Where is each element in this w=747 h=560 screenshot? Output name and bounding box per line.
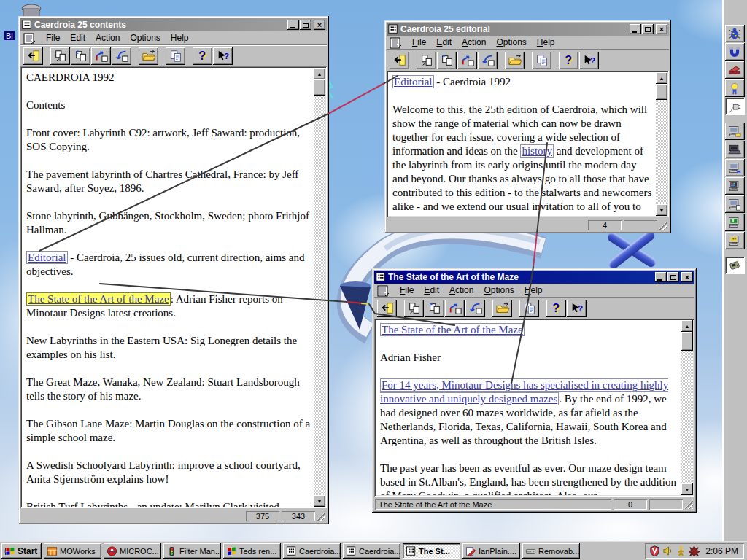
toolbar-back-link-button[interactable] <box>478 52 498 69</box>
toolbar-help-button[interactable]: ?? <box>193 47 212 65</box>
vertical-scrollbar[interactable]: ▲ ▼ <box>314 68 325 507</box>
taskbar-button-caerdroia-[interactable]: Caerdroia... <box>283 543 341 559</box>
toolbar-copy-pages-button[interactable] <box>532 52 551 69</box>
toolbar-paste-document-button[interactable] <box>71 47 90 65</box>
start-button[interactable]: Start <box>1 543 42 559</box>
toolbar-open-folder-button[interactable] <box>505 52 525 69</box>
scroll-down-arrow[interactable]: ▼ <box>314 495 325 507</box>
menu-item-action[interactable]: Action <box>457 36 491 49</box>
toolbar-context-help-button[interactable]: ? <box>567 300 587 317</box>
walking-person-icon[interactable] <box>676 545 686 556</box>
taskbar-button-filter-man-[interactable]: Filter Man... <box>163 543 221 559</box>
vertical-scrollbar[interactable]: ▲ ▼ <box>681 320 693 495</box>
side-tool-stapler-tool-button[interactable] <box>725 61 745 79</box>
menu-item-help[interactable]: Help <box>166 31 194 44</box>
menu-item-file[interactable]: File <box>41 31 65 44</box>
titlebar[interactable]: Caerdroia 25 contents × <box>20 18 327 31</box>
toolbar-exit-door-button[interactable] <box>23 47 43 65</box>
close-button[interactable]: × <box>681 272 693 282</box>
side-tool-monitor-media-tool-button[interactable] <box>725 177 745 195</box>
minimize-button[interactable] <box>630 24 641 34</box>
hyperlink[interactable]: Editorial <box>26 251 68 264</box>
volume-icon[interactable] <box>662 545 673 556</box>
menu-item-file[interactable]: File <box>407 36 431 49</box>
side-tool-magnet-tool-button[interactable] <box>725 43 745 61</box>
taskbar-button-microc-[interactable]: MICROC... <box>104 543 161 559</box>
hyperlink[interactable]: history <box>520 144 554 158</box>
toolbar-copy-document-button[interactable] <box>404 300 424 317</box>
toolbar-follow-link-button[interactable] <box>457 52 477 69</box>
toolbar-copy-pages-button[interactable] <box>166 47 185 65</box>
toolbar-back-link-button[interactable] <box>465 300 485 317</box>
menu-item-options[interactable]: Options <box>125 31 165 44</box>
taskbar-button-teds-ren-[interactable]: Teds ren... <box>223 543 281 559</box>
close-button[interactable]: × <box>656 24 667 34</box>
resize-grip[interactable] <box>659 221 667 230</box>
menu-item-edit[interactable]: Edit <box>65 31 90 44</box>
scroll-down-arrow[interactable]: ▼ <box>681 483 693 495</box>
menu-item-file[interactable]: File <box>395 284 419 297</box>
antivirus-shield-icon[interactable] <box>649 545 660 556</box>
resize-grip[interactable] <box>684 500 693 509</box>
toolbar-follow-link-button[interactable] <box>91 47 111 65</box>
toolbar-context-help-button[interactable]: ? <box>579 52 599 69</box>
menu-item-action[interactable]: Action <box>444 284 479 297</box>
close-button[interactable]: × <box>314 20 325 30</box>
maximize-button[interactable] <box>642 24 654 34</box>
menu-item-options[interactable]: Options <box>491 36 531 49</box>
recycle-bin-label[interactable]: Bi <box>4 31 15 40</box>
menu-item-edit[interactable]: Edit <box>419 284 444 297</box>
vertical-scrollbar[interactable]: ▲ ▼ <box>656 72 667 216</box>
taskbar-button-removab-[interactable]: Removab... <box>522 543 580 559</box>
maximize-button[interactable] <box>667 272 679 282</box>
side-tool-laptop-tool-button[interactable] <box>725 141 745 158</box>
toolbar-back-link-button[interactable] <box>112 47 131 65</box>
side-tool-computer-disk-tool-button[interactable] <box>725 122 745 140</box>
toolbar-copy-pages-button[interactable] <box>519 300 539 317</box>
scroll-up-arrow[interactable]: ▲ <box>681 320 693 332</box>
hyperlink[interactable]: The State of the Art of the Maze <box>26 292 171 306</box>
side-tool-computer-document-tool-button[interactable] <box>725 195 745 213</box>
side-tool-handheld-tool-button[interactable] <box>725 257 745 274</box>
taskbar-button-moworks[interactable]: MOWorks <box>44 543 101 559</box>
toolbar-paste-document-button[interactable] <box>425 300 444 317</box>
toolbar-exit-door-button[interactable] <box>377 300 397 317</box>
taskbar-button-caerdroia-[interactable]: Caerdroia... <box>343 543 400 559</box>
virus-flower-icon[interactable] <box>689 545 700 556</box>
menu-item-action[interactable]: Action <box>90 31 125 44</box>
side-tool-computer-screen-yellow-tool-button[interactable] <box>725 232 745 249</box>
menu-item-edit[interactable]: Edit <box>431 36 457 49</box>
minimize-button[interactable] <box>287 20 299 30</box>
menu-item-options[interactable]: Options <box>479 284 519 297</box>
toolbar-help-button[interactable]: ?? <box>559 52 578 69</box>
toolbar-copy-document-button[interactable] <box>50 47 70 65</box>
minimize-button[interactable] <box>655 272 667 282</box>
toolbar-copy-document-button[interactable] <box>417 52 436 69</box>
hyperlink[interactable]: The State of the Art of the Maze <box>380 323 525 336</box>
menu-item-help[interactable]: Help <box>519 284 548 297</box>
toolbar-paste-document-button[interactable] <box>437 52 457 69</box>
resize-grip[interactable] <box>317 512 325 521</box>
scroll-up-arrow[interactable]: ▲ <box>314 68 325 79</box>
side-tool-cord-plug-tool-button[interactable] <box>725 98 745 115</box>
scroll-thumb[interactable] <box>656 84 667 100</box>
toolbar-help-button[interactable]: ?? <box>546 300 566 317</box>
toolbar-context-help-button[interactable]: ? <box>213 47 233 65</box>
scroll-up-arrow[interactable]: ▲ <box>656 72 667 84</box>
toolbar-follow-link-button[interactable] <box>445 300 465 317</box>
side-tool-bug-tool-button[interactable] <box>725 25 745 42</box>
scroll-thumb[interactable] <box>314 79 325 96</box>
titlebar[interactable]: The State of the Art of the Maze × <box>374 271 694 284</box>
side-tool-computer-link-tool-button[interactable] <box>725 159 745 176</box>
hyperlink[interactable]: Editorial <box>392 75 434 88</box>
toolbar-open-folder-button[interactable] <box>492 300 512 317</box>
titlebar[interactable]: Caerdroia 25 editorial × <box>387 23 669 36</box>
maximize-button[interactable] <box>300 20 311 30</box>
taskbar-button-ianplain-[interactable]: IanPlain.... <box>462 543 520 559</box>
toolbar-open-folder-button[interactable] <box>139 47 158 65</box>
side-tool-lamp-plug-tool-button[interactable] <box>725 79 745 97</box>
scroll-thumb[interactable] <box>681 332 693 351</box>
toolbar-exit-door-button[interactable] <box>390 52 409 69</box>
taskbar-button-the-st-[interactable]: The St... <box>403 543 460 559</box>
scroll-down-arrow[interactable]: ▼ <box>656 204 667 216</box>
